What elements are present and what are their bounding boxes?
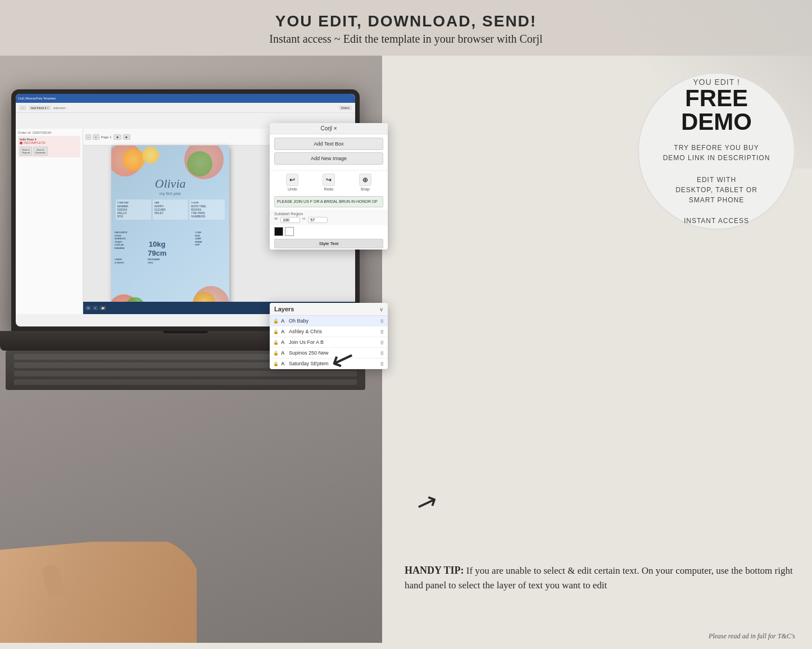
cell-say-label: I CAN SAY bbox=[117, 201, 149, 204]
design-cell-love: I LOVE BATH TIMEBOOKSTHE PARKNUMBERS bbox=[189, 199, 225, 220]
cell-say-value: MAMMADADDAHELLOBYE bbox=[117, 205, 149, 218]
layer-item-3[interactable]: 🔒 A Supinos 250 New 🗑 bbox=[270, 348, 388, 358]
layer-type-4: A bbox=[281, 361, 287, 366]
i-can-text: I CANRUNJUMPDRINKHOP bbox=[195, 231, 226, 247]
demo-link-text: DEMO LINK IN DESCRIPTION bbox=[663, 154, 770, 162]
size-h-label: H: bbox=[302, 217, 306, 223]
snap-tool: ⊕ Snap bbox=[359, 174, 371, 191]
layer-lock-1: 🔒 bbox=[273, 329, 279, 334]
fav-food-text: FAVOURITEFOODBUBBLESTOASTLUCILIABANANA bbox=[115, 231, 146, 250]
undo-icon[interactable]: ↩ bbox=[286, 174, 298, 186]
taskbar-app2[interactable]: 📁 bbox=[99, 306, 106, 310]
hand-shape bbox=[0, 542, 197, 643]
smartphone-label: SMART PHONE bbox=[689, 196, 745, 204]
order-actions: Send toOriginal Save &Download bbox=[20, 147, 79, 156]
action-btn-1[interactable]: Send toOriginal bbox=[20, 147, 32, 156]
toolbar-page: Page 1 bbox=[101, 135, 112, 139]
hand-area bbox=[0, 542, 197, 643]
layers-expand-icon[interactable]: ∨ bbox=[379, 306, 383, 312]
layer-item-0[interactable]: 🔒 A Oh Baby 🗑 bbox=[270, 316, 388, 326]
try-before-text: TRY BEFORE YOU BUY bbox=[674, 144, 759, 152]
layer-item-2[interactable]: 🔒 A Join Us For A B 🗑 bbox=[270, 337, 388, 348]
toolbar-zoom-out[interactable]: - bbox=[85, 134, 91, 140]
snap-icon[interactable]: ⊕ bbox=[359, 174, 371, 186]
status-text: INCOMPLETE bbox=[24, 141, 46, 144]
flower-4 bbox=[142, 147, 159, 164]
add-text-box-btn[interactable]: Add Text Box bbox=[274, 138, 383, 150]
leaf-1 bbox=[187, 151, 212, 176]
design-weight-value: 10kg79cm bbox=[148, 240, 166, 257]
keyboard-row-3 bbox=[14, 371, 357, 376]
demo-free-text: FREE bbox=[685, 87, 748, 110]
layer-del-3[interactable]: 🗑 bbox=[380, 351, 384, 356]
banner-line2: Instant access ~ Edit the template in yo… bbox=[0, 33, 812, 46]
panel-text-content: PLEASE JOIN US F OR A BRIDAL BRUN IN HON… bbox=[277, 199, 378, 203]
nickname-text: NICKNAMEVIVU bbox=[148, 258, 187, 264]
nav-orders[interactable]: Orders bbox=[339, 106, 352, 110]
panel-text-preview: PLEASE JOIN US F OR A BRIDAL BRUN IN HON… bbox=[274, 196, 383, 207]
layer-type-3: A bbox=[281, 350, 287, 356]
panel-colors bbox=[270, 225, 388, 238]
undo-tool: ↩ Undo bbox=[286, 174, 298, 191]
color-black[interactable] bbox=[274, 227, 283, 236]
layer-lock-4: 🔒 bbox=[273, 361, 279, 366]
layer-del-4[interactable]: 🗑 bbox=[380, 361, 384, 366]
redo-icon[interactable]: ↪ bbox=[323, 174, 335, 186]
action-btn-2[interactable]: Save &Download bbox=[33, 147, 48, 156]
layer-del-1[interactable]: 🗑 bbox=[380, 329, 384, 334]
demo-circle: YOU EDIT ! FREE DEMO TRY BEFORE YOU BUY … bbox=[638, 72, 795, 230]
toolbar-next[interactable]: ► bbox=[123, 134, 131, 140]
corjl-popup-panel: Corjl × Add Text Box Add New Image ↩ Und… bbox=[270, 123, 388, 249]
resize-fields: W: 100 H: 57 bbox=[274, 217, 383, 223]
cell-love-label: I LOVE bbox=[191, 201, 223, 204]
height-field[interactable]: 57 bbox=[308, 217, 328, 223]
nav-url[interactable]: corjl.com/... bbox=[53, 106, 337, 110]
demo-instant-text: INSTANT ACCESS bbox=[684, 217, 749, 225]
taskbar-app1[interactable]: e bbox=[93, 306, 98, 310]
taskbar-start[interactable]: ⊞ bbox=[85, 306, 91, 310]
corjl-logo: Corjl | MooceyParty Templates bbox=[18, 97, 56, 100]
undo-label: Undo bbox=[288, 187, 297, 191]
layer-lock-3: 🔒 bbox=[273, 351, 279, 356]
design-name: Olivia bbox=[111, 176, 229, 191]
add-new-image-btn[interactable]: Add New Image bbox=[274, 152, 383, 165]
resize-label: Sublabel Region bbox=[274, 212, 383, 216]
cell-am-label: I AM bbox=[155, 201, 187, 204]
snap-label: Snap bbox=[360, 187, 369, 191]
redo-tool: ↪ Redo bbox=[323, 174, 335, 191]
color-white[interactable] bbox=[285, 227, 294, 236]
design-weight-area: 10kg79cm bbox=[148, 240, 166, 257]
panel-tools: ↩ Undo ↪ Redo ⊕ Snap bbox=[270, 170, 388, 194]
status-dot bbox=[20, 142, 22, 144]
layer-lock-2: 🔒 bbox=[273, 340, 279, 345]
width-field[interactable]: 100 bbox=[280, 217, 300, 223]
laptop-notch bbox=[163, 331, 208, 333]
layer-type-0: A bbox=[281, 318, 287, 324]
layer-del-2[interactable]: 🗑 bbox=[380, 340, 384, 345]
nav-back[interactable]: ← bbox=[19, 106, 26, 110]
design-cell-say: I CAN SAY MAMMADADDAHELLOBYE bbox=[116, 199, 151, 220]
design-i-have: I HAVE4 TEETH bbox=[115, 258, 146, 264]
cell-love-value: BATH TIMEBOOKSTHE PARKNUMBERS bbox=[191, 205, 223, 218]
layers-title: Layers bbox=[274, 306, 294, 312]
layers-panel: Layers ∨ 🔒 A Oh Baby 🗑 🔒 A Ashley & Chri… bbox=[270, 303, 388, 369]
flower-2 bbox=[123, 148, 145, 171]
design-i-can: I CANRUNJUMPDRINKHOP bbox=[195, 231, 226, 247]
nav-tab[interactable]: best friend it × bbox=[29, 106, 51, 110]
right-side: YOU EDIT ! FREE DEMO TRY BEFORE YOU BUY … bbox=[382, 56, 812, 643]
layer-name-1: Ashley & Chris bbox=[289, 329, 378, 334]
toolbar-prev[interactable]: ◄ bbox=[114, 134, 121, 140]
size-w-label: W: bbox=[274, 217, 278, 223]
toolbar-zoom-in[interactable]: + bbox=[93, 134, 99, 140]
layer-type-1: A bbox=[281, 329, 287, 334]
layer-lock-0: 🔒 bbox=[273, 319, 279, 324]
handy-tip-label: HANDY TIP: bbox=[405, 565, 464, 576]
design-grid: I CAN SAY MAMMADADDAHELLOBYE I AM HAPPYC… bbox=[116, 199, 225, 220]
layer-item-1[interactable]: 🔒 A Ashley & Chris 🗑 bbox=[270, 326, 388, 337]
style-text-btn[interactable]: Style Text bbox=[274, 239, 383, 248]
top-banner: YOU EDIT, DOWNLOAD, SEND! Instant access… bbox=[0, 0, 812, 56]
design-fav-food: FAVOURITEFOODBUBBLESTOASTLUCILIABANANA bbox=[115, 231, 146, 250]
layer-del-0[interactable]: 🗑 bbox=[380, 319, 384, 324]
corjl-top-bar: Corjl | MooceyParty Templates bbox=[16, 94, 355, 103]
design-canvas: Olivia my first year I CAN SAY MAMMADADD… bbox=[111, 146, 229, 314]
